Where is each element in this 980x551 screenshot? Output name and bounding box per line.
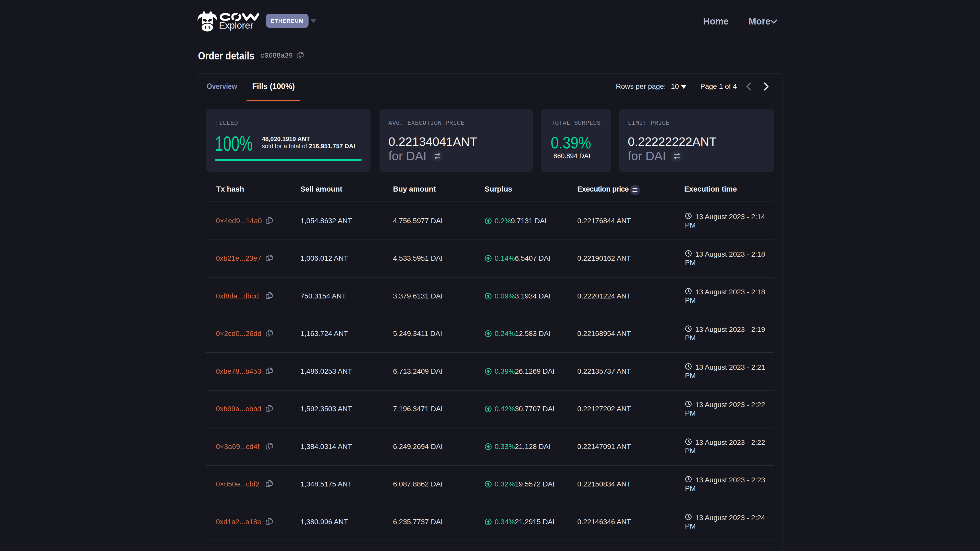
svg-text:Fills (100%): Fills (100%) xyxy=(252,82,295,91)
svg-text:0.22222222ANT: 0.22222222ANT xyxy=(628,137,717,146)
svg-text:0.22134041ANT: 0.22134041ANT xyxy=(388,137,477,146)
svg-text:Overview: Overview xyxy=(207,82,237,91)
svg-text:100%: 100% xyxy=(215,135,253,151)
svg-text:Order details: Order details xyxy=(198,50,255,62)
svg-text:0.39%: 0.39% xyxy=(551,137,591,149)
